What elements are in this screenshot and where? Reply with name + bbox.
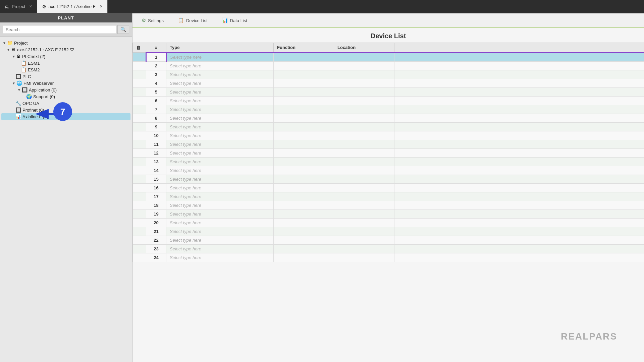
row-function-cell[interactable] [274,175,334,184]
table-row[interactable]: 13Select type here [133,158,644,166]
row-type-cell[interactable]: Select type here [166,201,274,210]
row-type-cell[interactable]: Select type here [166,175,274,184]
table-row[interactable]: 14Select type here [133,166,644,175]
row-function-cell[interactable] [274,105,334,114]
row-location-cell[interactable] [334,105,394,114]
row-function-cell[interactable] [274,166,334,175]
row-location-cell[interactable] [334,210,394,219]
row-location-cell[interactable] [334,149,394,158]
row-function-cell[interactable] [274,227,334,236]
row-function-cell[interactable] [274,236,334,245]
table-row[interactable]: 20Select type here [133,219,644,227]
row-type-cell[interactable]: Select type here [166,227,274,236]
row-function-cell[interactable] [274,131,334,140]
row-location-cell[interactable] [334,192,394,201]
table-row[interactable]: 15Select type here [133,175,644,184]
table-row[interactable]: 3Select type here [133,70,644,79]
row-location-cell[interactable] [334,114,394,123]
row-type-cell[interactable]: Select type here [166,114,274,123]
row-function-cell[interactable] [274,245,334,253]
row-type-cell[interactable]: Select type here [166,210,274,219]
tab-settings[interactable]: ⚙ Settings [135,15,170,26]
row-type-cell[interactable]: Select type here [166,192,274,201]
row-function-cell[interactable] [274,140,334,149]
row-type-cell[interactable]: Select type here [166,105,274,114]
tab-project-close[interactable]: ✕ [29,4,32,9]
row-function-cell[interactable] [274,210,334,219]
row-type-cell[interactable]: Select type here [166,62,274,70]
row-type-cell[interactable]: Select type here [166,253,274,262]
table-row[interactable]: 10Select type here [133,131,644,140]
row-function-cell[interactable] [274,219,334,227]
row-location-cell[interactable] [334,62,394,70]
row-location-cell[interactable] [334,70,394,79]
sidebar-item-esm2[interactable]: 📋 ESM2 [1,66,130,73]
row-type-cell[interactable]: Select type here [166,245,274,253]
row-function-cell[interactable] [274,62,334,70]
row-function-cell[interactable] [274,149,334,158]
table-row[interactable]: 12Select type here [133,149,644,158]
tab-axioline-close[interactable]: ✕ [100,4,103,9]
table-row[interactable]: 21Select type here [133,227,644,236]
sidebar-item-support[interactable]: 🌍 Support (0) [1,93,130,100]
table-row[interactable]: 17Select type here [133,192,644,201]
row-location-cell[interactable] [334,227,394,236]
row-location-cell[interactable] [334,236,394,245]
row-function-cell[interactable] [274,114,334,123]
row-type-cell[interactable]: Select type here [166,70,274,79]
table-row[interactable]: 23Select type here [133,245,644,253]
row-type-cell[interactable]: Select type here [166,97,274,105]
table-row[interactable]: 4Select type here [133,79,644,88]
tab-data-list[interactable]: 📊 Data List [215,15,254,26]
table-row[interactable]: 5Select type here [133,88,644,97]
sidebar-item-esm1[interactable]: 📋 ESM1 [1,60,130,66]
row-type-cell[interactable]: Select type here [166,79,274,88]
table-row[interactable]: 11Select type here [133,140,644,149]
row-location-cell[interactable] [334,175,394,184]
row-location-cell[interactable] [334,53,394,62]
row-function-cell[interactable] [274,53,334,62]
row-function-cell[interactable] [274,88,334,97]
row-type-cell[interactable]: Select type here [166,219,274,227]
row-function-cell[interactable] [274,184,334,192]
tab-axioline[interactable]: ⚙ axc-f-2152-1 / Axioline F ✕ [37,0,107,13]
sidebar-item-project[interactable]: ▼ 📁 Project [1,40,130,46]
row-location-cell[interactable] [334,97,394,105]
row-location-cell[interactable] [334,253,394,262]
table-row[interactable]: 22Select type here [133,236,644,245]
row-type-cell[interactable]: Select type here [166,53,274,62]
row-location-cell[interactable] [334,201,394,210]
row-function-cell[interactable] [274,79,334,88]
sidebar-item-plc[interactable]: 🔲 PLC [1,73,130,80]
delete-all-icon[interactable]: 🗑 [136,45,141,50]
row-location-cell[interactable] [334,245,394,253]
row-type-cell[interactable]: Select type here [166,166,274,175]
row-function-cell[interactable] [274,253,334,262]
sidebar-item-application[interactable]: ▼ 🔲 Application (0) [1,86,130,93]
row-location-cell[interactable] [334,158,394,166]
sidebar-item-axioline[interactable]: 📊 Axioline F (0) [1,113,130,120]
row-location-cell[interactable] [334,123,394,131]
tab-device-list[interactable]: 📋 Device List [171,15,214,26]
sidebar-item-profinet[interactable]: 🔲 Profinet (0) [1,107,130,113]
row-location-cell[interactable] [334,184,394,192]
table-row[interactable]: 7Select type here [133,105,644,114]
row-function-cell[interactable] [274,158,334,166]
sidebar-item-axc[interactable]: ▼ 🖥 axc-f-2152-1 : AXC F 2152 🛡 [1,46,130,53]
row-location-cell[interactable] [334,219,394,227]
row-type-cell[interactable]: Select type here [166,88,274,97]
row-function-cell[interactable] [274,97,334,105]
sidebar-item-opcua[interactable]: 🔧 OPC UA [1,100,130,107]
row-function-cell[interactable] [274,192,334,201]
table-row[interactable]: 8Select type here [133,114,644,123]
row-location-cell[interactable] [334,88,394,97]
row-type-cell[interactable]: Select type here [166,131,274,140]
row-location-cell[interactable] [334,140,394,149]
row-type-cell[interactable]: Select type here [166,184,274,192]
table-row[interactable]: 16Select type here [133,184,644,192]
row-type-cell[interactable]: Select type here [166,123,274,131]
search-input[interactable] [3,25,116,34]
table-row[interactable]: 6Select type here [133,97,644,105]
sidebar-item-hmi[interactable]: ▼ 🌐 HMI Webserver [1,80,130,86]
table-row[interactable]: 2Select type here [133,62,644,70]
